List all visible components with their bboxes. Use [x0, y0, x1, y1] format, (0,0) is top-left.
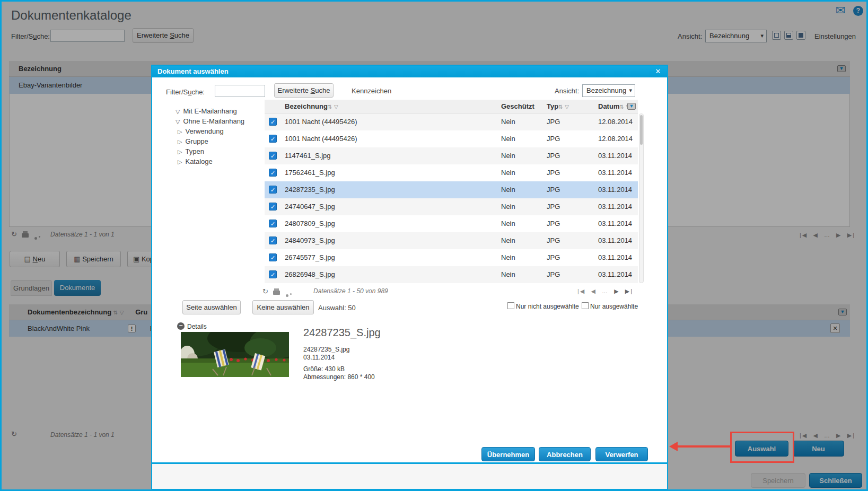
- table-row[interactable]: ✓17562461_S.jpgNeinJPG03.11.2014: [265, 164, 638, 181]
- dialog-title: Dokument auswählen: [157, 67, 229, 75]
- expand-arrow-icon: ▷: [178, 138, 182, 145]
- dialog-filter-input[interactable]: [215, 85, 265, 97]
- table-row[interactable]: ✓24740647_S.jpgNeinJPG03.11.2014: [265, 198, 638, 215]
- select-none-button[interactable]: Keine auswählen: [252, 300, 314, 314]
- dialog-filter-label: Filter/Suche:: [166, 88, 205, 96]
- filter-funnel-icon[interactable]: ▽: [334, 104, 338, 110]
- dialog-table-header: Bezeichnung⇅ ▽ Geschützt Typ⇅ ▽ Datum⇅ ▽…: [265, 100, 638, 113]
- abbrechen-button[interactable]: Abbrechen: [539, 447, 591, 461]
- sort-icon: ⇅: [328, 104, 332, 110]
- col-bezeichnung[interactable]: Bezeichnung: [285, 102, 328, 110]
- document-preview-image: [181, 332, 289, 377]
- kennzeichen-label[interactable]: Kennzeichen: [352, 87, 391, 95]
- only-not-selected-label[interactable]: Nur nicht ausgewählte: [516, 303, 579, 310]
- selection-count: Auswahl: 50: [318, 304, 356, 312]
- col-typ[interactable]: Typ⇅ ▽: [547, 100, 569, 114]
- scrollbar-thumb[interactable]: [640, 115, 643, 145]
- close-icon[interactable]: ✕: [653, 66, 663, 77]
- expand-arrow-icon: ▷: [178, 128, 182, 135]
- dialog-titlebar: Dokument auswählen ✕: [152, 66, 667, 77]
- row-checkbox[interactable]: ✓: [269, 118, 277, 126]
- row-checkbox[interactable]: ✓: [269, 186, 277, 194]
- table-row[interactable]: ✓24807809_S.jpgNeinJPG03.11.2014: [265, 215, 638, 232]
- table-scrollbar[interactable]: [639, 113, 644, 283]
- only-not-selected-checkbox[interactable]: [507, 302, 514, 309]
- row-checkbox[interactable]: ✓: [269, 135, 277, 143]
- chevron-down-icon: ▾: [629, 87, 632, 94]
- dialog-view-select[interactable]: Bezeichnung▾: [582, 84, 635, 97]
- row-checkbox[interactable]: ✓: [269, 270, 277, 278]
- dialog-table-body: ✓1001 Nacht (44495426)NeinJPG12.08.2014 …: [265, 113, 638, 283]
- table-row[interactable]: ✓1001 Nacht (44495426)NeinJPG12.08.2014: [265, 130, 638, 147]
- table-row[interactable]: ✓24840973_S.jpgNeinJPG03.11.2014: [265, 232, 638, 249]
- only-selected-label[interactable]: Nur ausgewählte: [590, 303, 638, 310]
- row-checkbox[interactable]: ✓: [269, 203, 277, 211]
- table-row[interactable]: ✓1001 Nacht (44495426)NeinJPG12.08.2014: [265, 113, 638, 130]
- details-filename-title: 24287235_S.jpg: [303, 327, 381, 339]
- collapse-details-icon[interactable]: −: [177, 322, 185, 330]
- col-datum[interactable]: Datum⇅ ▽: [598, 100, 630, 114]
- row-checkbox[interactable]: ✓: [269, 169, 277, 177]
- tree-item-typen[interactable]: ▷Typen: [178, 147, 204, 155]
- link-dots-icon[interactable]: [286, 291, 288, 299]
- refresh-icon[interactable]: ↻: [262, 287, 268, 295]
- filter-funnel-icon: ▽: [176, 108, 180, 115]
- table-row[interactable]: ✓26745577_S.jpgNeinJPG03.11.2014: [265, 249, 638, 266]
- table-row[interactable]: ✓1147461_S.jpgNeinJPG03.11.2014: [265, 147, 638, 164]
- document-select-dialog: Dokument auswählen ✕ Filter/Suche: Erwei…: [151, 65, 668, 489]
- column-config-icon[interactable]: ▼: [627, 103, 636, 110]
- tree-item-gruppe[interactable]: ▷Gruppe: [178, 137, 208, 145]
- row-checkbox[interactable]: ✓: [269, 253, 277, 261]
- annotation-arrow-head: [669, 442, 678, 451]
- only-selected-checkbox[interactable]: [582, 302, 589, 309]
- tree-item-kataloge[interactable]: ▷Kataloge: [178, 157, 213, 165]
- select-page-button[interactable]: Seite auswählen: [182, 300, 241, 314]
- app-window: Dokumentenkataloge ✉ ? Filter/Suche: Erw…: [0, 0, 868, 491]
- details-label[interactable]: Details: [187, 323, 207, 330]
- details-file-meta: 24287235_S.jpg 03.11.2014: [303, 346, 349, 362]
- verwerfen-button[interactable]: Verwerfen: [595, 447, 648, 461]
- table-row-selected[interactable]: ✓24287235_S.jpgNeinJPG03.11.2014: [265, 181, 638, 198]
- col-geschuetzt[interactable]: Geschützt: [501, 100, 534, 113]
- tree-item-verwendung[interactable]: ▷Verwendung: [178, 127, 224, 135]
- dialog-footer-space: [152, 464, 667, 489]
- details-size-meta: Größe: 430 kB Abmessungen: 860 * 400: [303, 365, 375, 381]
- row-checkbox[interactable]: ✓: [269, 152, 277, 160]
- expand-arrow-icon: ▷: [178, 159, 182, 165]
- dialog-records-info: Datensätze 1 - 50 von 989: [313, 287, 388, 295]
- annotation-highlight-box: [730, 432, 794, 463]
- dialog-view-label: Ansicht:: [555, 87, 579, 95]
- uebernehmen-button[interactable]: Übernehmen: [481, 447, 535, 461]
- print-icon[interactable]: [273, 289, 280, 297]
- dialog-pagination[interactable]: |◀ ◀ … ▶ ▶|: [577, 288, 633, 295]
- table-row[interactable]: ✓26826948_S.jpgNeinJPG03.11.2014: [265, 266, 638, 283]
- tree-item-ohne-emailanhang[interactable]: ▽Ohne E-Mailanhang: [176, 117, 244, 125]
- row-checkbox[interactable]: ✓: [269, 236, 277, 244]
- annotation-arrow-line: [677, 445, 730, 448]
- filter-funnel-icon: ▽: [176, 118, 180, 125]
- expand-arrow-icon: ▷: [178, 148, 182, 155]
- row-checkbox[interactable]: ✓: [269, 220, 277, 227]
- dialog-advanced-search-button[interactable]: Erweiterte Suche: [274, 83, 334, 98]
- tree-item-mit-emailanhang[interactable]: ▽Mit E-Mailanhang: [176, 107, 237, 115]
